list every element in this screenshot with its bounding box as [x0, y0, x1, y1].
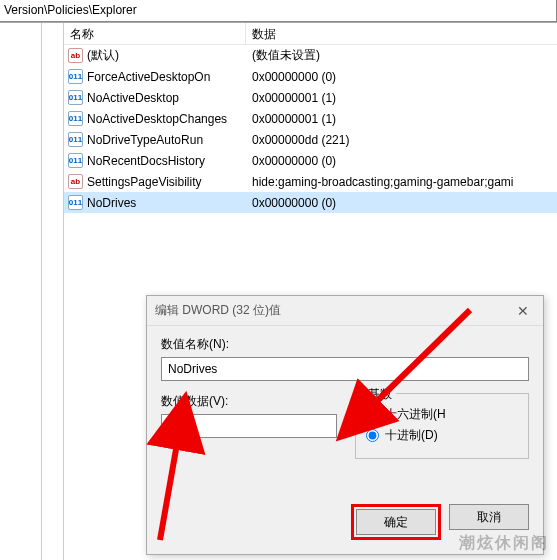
- value-data: 0x00000001 (1): [246, 112, 336, 126]
- main-area: 名称 数据 ab(默认)(数值未设置)011ForceActiveDesktop…: [0, 22, 557, 560]
- value-data-field[interactable]: [161, 414, 337, 438]
- ok-button[interactable]: 确定: [356, 509, 436, 535]
- binary-value-icon: 011: [68, 195, 83, 210]
- value-name: NoRecentDocsHistory: [87, 154, 205, 168]
- value-row[interactable]: 011NoDrives0x00000000 (0): [64, 192, 557, 213]
- value-row[interactable]: 011ForceActiveDesktopOn0x00000000 (0): [64, 66, 557, 87]
- value-data: 0x00000000 (0): [246, 154, 336, 168]
- value-data-label: 数值数据(V):: [161, 393, 337, 410]
- radio-dec-label: 十进制(D): [385, 427, 438, 444]
- binary-value-icon: 011: [68, 153, 83, 168]
- list-pane[interactable]: 名称 数据 ab(默认)(数值未设置)011ForceActiveDesktop…: [64, 23, 557, 560]
- close-icon[interactable]: ✕: [511, 303, 535, 319]
- cancel-button[interactable]: 取消: [449, 504, 529, 530]
- radio-hex[interactable]: 十六进制(H: [366, 406, 518, 423]
- binary-value-icon: 011: [68, 90, 83, 105]
- edit-dword-dialog: 编辑 DWORD (32 位)值 ✕ 数值名称(N): 数值数据(V): 基数: [146, 295, 544, 555]
- value-name-label: 数值名称(N):: [161, 336, 529, 353]
- address-bar[interactable]: Version\Policies\Explorer: [0, 0, 557, 22]
- value-name: NoDrives: [87, 196, 136, 210]
- base-group: 基数 十六进制(H 十进制(D): [355, 393, 529, 459]
- value-data: 0x00000001 (1): [246, 91, 336, 105]
- binary-value-icon: 011: [68, 132, 83, 147]
- column-header-name[interactable]: 名称: [64, 23, 246, 44]
- column-header-data[interactable]: 数据: [246, 23, 282, 44]
- value-name: (默认): [87, 47, 119, 64]
- dialog-titlebar[interactable]: 编辑 DWORD (32 位)值 ✕: [147, 296, 543, 326]
- value-row[interactable]: 011NoRecentDocsHistory0x00000000 (0): [64, 150, 557, 171]
- watermark: 潮炫休闲阁: [459, 533, 549, 554]
- value-row[interactable]: 011NoActiveDesktop0x00000001 (1): [64, 87, 557, 108]
- base-group-label: 基数: [364, 386, 396, 403]
- value-name: NoActiveDesktopChanges: [87, 112, 227, 126]
- radio-hex-label: 十六进制(H: [385, 406, 446, 423]
- string-value-icon: ab: [68, 174, 83, 189]
- tree-pane[interactable]: [0, 23, 42, 560]
- value-name: NoDriveTypeAutoRun: [87, 133, 203, 147]
- value-row[interactable]: 011NoDriveTypeAutoRun0x000000dd (221): [64, 129, 557, 150]
- radio-hex-input[interactable]: [366, 408, 379, 421]
- binary-value-icon: 011: [68, 69, 83, 84]
- value-name: NoActiveDesktop: [87, 91, 179, 105]
- highlight-ok: 确定: [351, 504, 441, 540]
- value-row[interactable]: 011NoActiveDesktopChanges0x00000001 (1): [64, 108, 557, 129]
- dialog-title-text: 编辑 DWORD (32 位)值: [155, 302, 281, 319]
- value-name: SettingsPageVisibility: [87, 175, 202, 189]
- value-data: 0x00000000 (0): [246, 196, 336, 210]
- column-headers: 名称 数据: [64, 23, 557, 45]
- dialog-body: 数值名称(N): 数值数据(V): 基数 十六进制(H: [147, 326, 543, 469]
- value-row[interactable]: ab(默认)(数值未设置): [64, 45, 557, 66]
- value-rows: ab(默认)(数值未设置)011ForceActiveDesktopOn0x00…: [64, 45, 557, 213]
- binary-value-icon: 011: [68, 111, 83, 126]
- value-data: 0x00000000 (0): [246, 70, 336, 84]
- value-row[interactable]: abSettingsPageVisibilityhide:gaming-broa…: [64, 171, 557, 192]
- radio-dec-input[interactable]: [366, 429, 379, 442]
- value-data: (数值未设置): [246, 47, 320, 64]
- string-value-icon: ab: [68, 48, 83, 63]
- value-name-field[interactable]: [161, 357, 529, 381]
- value-data: 0x000000dd (221): [246, 133, 349, 147]
- radio-dec[interactable]: 十进制(D): [366, 427, 518, 444]
- value-name: ForceActiveDesktopOn: [87, 70, 210, 84]
- tree-pane-2[interactable]: [42, 23, 64, 560]
- value-data: hide:gaming-broadcasting;gaming-gamebar;…: [246, 175, 513, 189]
